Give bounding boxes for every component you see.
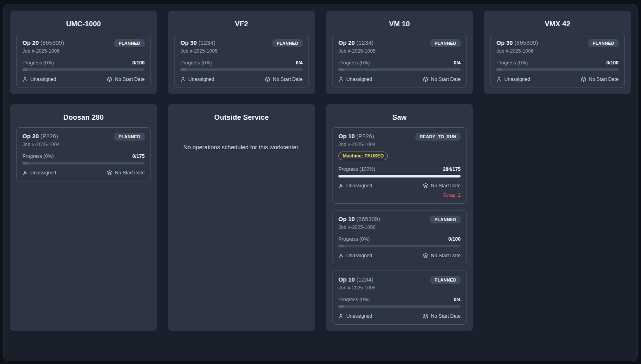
assignee-label: Unassigned [30, 170, 56, 176]
workcenter-title: Doosan 280 [16, 110, 151, 127]
progress-bar-fill [496, 68, 502, 71]
start-date: No Start Date [107, 77, 145, 82]
progress-bar [338, 305, 461, 308]
op-number: Op 10 [338, 133, 356, 139]
workcenter-panel-doosan-280: Doosan 280 Op 20 (P226) PLANNED Job #-20… [10, 104, 157, 331]
start-date: No Start Date [423, 313, 461, 319]
start-date-label: No Start Date [431, 313, 461, 319]
layers-icon [581, 77, 586, 82]
op-line: Op 30 (1234) [180, 39, 215, 46]
layers-icon [107, 77, 112, 82]
progress-bar-fill [338, 68, 344, 71]
empty-message: No operations scheduled for this workcen… [174, 144, 309, 150]
operation-card[interactable]: Op 10 (865309) PLANNED Job #-2025-1006 P… [332, 210, 467, 264]
assignee-label: Unassigned [188, 77, 214, 82]
operation-card[interactable]: Op 20 (865309) PLANNED Job #-2025-1006 P… [16, 34, 151, 88]
op-line: Op 20 (1234) [338, 39, 373, 46]
card-footer: Unassigned No Start Date [338, 77, 461, 82]
assignee-label: Unassigned [346, 253, 372, 258]
operation-card[interactable]: Op 30 (865309) PLANNED Job #-2025-1006 P… [490, 34, 625, 88]
operation-card[interactable]: Op 10 (P226) READY_TO_RUN Job #-2025-100… [332, 127, 467, 204]
person-icon [180, 77, 186, 82]
operation-card[interactable]: Op 30 (1234) PLANNED Job #-2025-1005 Pro… [174, 34, 309, 88]
progress-bar [338, 175, 461, 177]
card-list: Op 20 (865309) PLANNED Job #-2025-1006 P… [16, 34, 151, 88]
operation-card[interactable]: Op 20 (P226) PLANNED Job #-2025-1004 Pro… [16, 127, 151, 181]
job-number: Job #-2025-1006 [338, 225, 461, 230]
start-date-label: No Start Date [431, 183, 461, 188]
progress-row: Progress (0%) 0/4 [338, 297, 461, 302]
workcenter-title: VMX 42 [490, 17, 625, 34]
op-line: Op 10 (865309) [338, 216, 380, 222]
start-date: No Start Date [423, 253, 461, 258]
layers-icon [423, 313, 428, 319]
progress-count: 0/100 [132, 60, 145, 66]
op-number: Op 20 [22, 39, 40, 46]
assignee: Unassigned [22, 77, 56, 82]
status-badge: PLANNED [114, 39, 145, 47]
assignee: Unassigned [338, 313, 372, 319]
assignee: Unassigned [338, 183, 372, 188]
op-number: Op 30 [180, 39, 198, 46]
status-badge: PLANNED [272, 39, 303, 47]
person-icon [22, 170, 28, 176]
operation-card[interactable]: Op 10 (1234) PLANNED Job #-2025-1005 Pro… [332, 271, 467, 325]
card-list: Op 20 (1234) PLANNED Job #-2025-1005 Pro… [332, 34, 467, 88]
progress-bar [496, 68, 619, 71]
progress-bar [22, 162, 145, 165]
status-badge: PLANNED [114, 133, 145, 141]
status-badge: READY_TO_RUN [415, 133, 461, 141]
progress-bar-fill [338, 245, 344, 247]
progress-label: Progress (0%) [22, 154, 54, 159]
progress-bar [22, 68, 145, 71]
progress-row: Progress (0%) 0/100 [22, 60, 145, 66]
status-badge: PLANNED [588, 39, 619, 47]
start-date-label: No Start Date [431, 253, 461, 258]
part-number: (1234) [356, 39, 373, 46]
assignee: Unassigned [338, 77, 372, 82]
card-footer: Unassigned No Start Date [338, 253, 461, 258]
op-line: Op 20 (P226) [22, 133, 58, 139]
progress-label: Progress (0%) [338, 297, 370, 302]
part-number: (865309) [514, 39, 538, 46]
card-footer: Unassigned No Start Date [338, 313, 461, 319]
card-footer: Unassigned No Start Date [22, 170, 145, 176]
scrap-count: Scrap: 2 [338, 192, 461, 198]
progress-count: 0/4 [454, 60, 461, 66]
workcenter-panel-saw: Saw Op 10 (P226) READY_TO_RUN Job #-2025… [326, 104, 473, 331]
card-footer: Unassigned No Start Date [22, 77, 145, 82]
progress-label: Progress (0%) [22, 60, 54, 66]
progress-bar-fill [338, 175, 461, 177]
operation-card[interactable]: Op 20 (1234) PLANNED Job #-2025-1005 Pro… [332, 34, 467, 88]
start-date-label: No Start Date [115, 170, 145, 176]
card-header: Op 10 (P226) READY_TO_RUN [338, 133, 461, 141]
op-number: Op 30 [496, 39, 514, 46]
part-number: (865309) [40, 39, 64, 46]
progress-bar-fill [180, 68, 186, 71]
layers-icon [423, 77, 428, 82]
op-number: Op 10 [338, 276, 356, 283]
machine-status-badge: Machine: PAUSED [338, 152, 388, 160]
op-number: Op 10 [338, 216, 356, 222]
card-header: Op 10 (865309) PLANNED [338, 216, 461, 223]
part-number: (1234) [198, 39, 215, 46]
card-footer: Unassigned No Start Date [338, 183, 461, 188]
workcenter-title: VF2 [174, 17, 309, 34]
progress-row: Progress (0%) 0/100 [496, 60, 619, 66]
card-header: Op 20 (1234) PLANNED [338, 39, 461, 47]
progress-row: Progress (100%) 284/175 [338, 166, 461, 172]
assignee-label: Unassigned [504, 77, 530, 82]
assignee-label: Unassigned [346, 77, 372, 82]
part-number: (1234) [356, 276, 373, 283]
progress-label: Progress (100%) [338, 166, 375, 172]
progress-label: Progress (0%) [338, 60, 370, 66]
assignee-label: Unassigned [346, 183, 372, 188]
job-number: Job #-2025-1004 [22, 142, 145, 147]
workcenter-panel-vf2: VF2 Op 30 (1234) PLANNED Job #-2025-1005… [168, 11, 315, 94]
card-list: Op 10 (P226) READY_TO_RUN Job #-2025-100… [332, 127, 467, 325]
workcenter-panel-umc-1000: UMC-1000 Op 20 (865309) PLANNED Job #-20… [10, 11, 157, 94]
start-date-label: No Start Date [589, 77, 619, 82]
progress-bar [180, 68, 303, 71]
assignee-label: Unassigned [30, 77, 56, 82]
progress-count: 0/100 [606, 60, 619, 66]
